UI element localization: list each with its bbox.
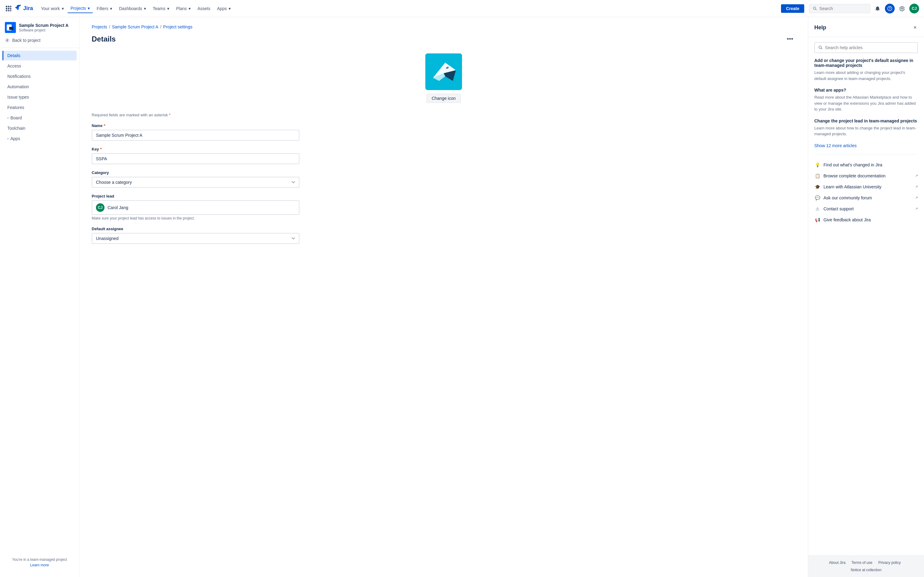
nav-apps[interactable]: Apps xyxy=(214,4,234,13)
nav-plans[interactable]: Plans xyxy=(173,4,194,13)
change-icon-button[interactable]: Change icon xyxy=(426,94,461,103)
help-article-desc-1: Read more about the Atlassian Marketplac… xyxy=(814,94,918,112)
breadcrumb-sep-1: / xyxy=(109,24,110,29)
form-group-lead: Project lead CJ Carol Jang Make sure you… xyxy=(92,194,299,221)
sidebar-footer: You're in a team-managed project Learn m… xyxy=(0,553,79,572)
external-link-icon-1: ↗ xyxy=(915,174,918,178)
help-link-feedback[interactable]: 📢 Give feedback about Jira xyxy=(814,214,918,225)
help-article-title-2[interactable]: Change the project lead in team-managed … xyxy=(814,118,918,123)
sidebar-learn-more-link[interactable]: Learn more xyxy=(5,563,74,567)
default-assignee-select[interactable]: Unassigned Project Lead xyxy=(92,233,299,244)
nav-dashboards[interactable]: Dashboards xyxy=(116,4,149,13)
help-link-documentation[interactable]: 📋 Browse complete documentation ↗ xyxy=(814,170,918,181)
breadcrumb-project-name[interactable]: Sample Scrum Project A xyxy=(112,24,158,29)
help-footer-links: About Jira · Terms of use · Privacy poli… xyxy=(814,561,918,572)
sidebar-project-icon xyxy=(5,22,16,33)
sidebar-project-info: Sample Scrum Project A Software project xyxy=(19,23,74,32)
support-icon: ⚠ xyxy=(814,206,821,212)
svg-rect-3 xyxy=(6,8,7,10)
lead-avatar: CJ xyxy=(96,203,105,212)
whats-changed-icon: 💡 xyxy=(814,162,821,168)
sidebar-item-apps[interactable]: › Apps xyxy=(2,134,77,143)
search-icon xyxy=(813,6,817,11)
page-title: Details xyxy=(92,35,116,44)
notice-at-collection-link[interactable]: Notice at collection xyxy=(851,568,882,572)
documentation-icon: 📋 xyxy=(814,173,821,179)
privacy-policy-link[interactable]: Privacy policy xyxy=(879,561,901,566)
svg-rect-4 xyxy=(8,8,10,10)
breadcrumb-projects[interactable]: Projects xyxy=(92,24,107,29)
help-article-2: Change the project lead in team-managed … xyxy=(814,118,918,137)
key-label: Key* xyxy=(92,147,299,152)
svg-rect-7 xyxy=(8,10,10,11)
nav-teams[interactable]: Teams xyxy=(150,4,172,13)
sidebar-item-details[interactable]: Details xyxy=(2,51,77,60)
nav-your-work[interactable]: Your work xyxy=(38,4,67,13)
help-search-box[interactable] xyxy=(814,42,918,53)
top-navigation: Jira Your work Projects Filters Dashboar… xyxy=(0,0,924,17)
sidebar-item-notifications[interactable]: Notifications xyxy=(2,71,77,81)
sidebar-divider xyxy=(0,48,79,48)
sidebar-footer-text: You're in a team-managed project xyxy=(5,558,74,562)
sidebar-item-access[interactable]: Access xyxy=(2,61,77,71)
key-input[interactable] xyxy=(92,153,299,164)
settings-button[interactable] xyxy=(897,4,907,13)
svg-rect-5 xyxy=(10,8,11,10)
help-close-button[interactable]: × xyxy=(912,23,918,32)
grid-icon[interactable] xyxy=(5,5,12,12)
show-more-articles-link[interactable]: Show 12 more articles xyxy=(814,143,918,148)
help-link-whats-changed[interactable]: 💡 Find out what's changed in Jira xyxy=(814,160,918,170)
breadcrumb-sep-2: / xyxy=(160,24,162,29)
category-label: Category xyxy=(92,170,299,175)
nav-assets[interactable]: Assets xyxy=(194,4,213,13)
sidebar-project-type: Software project xyxy=(19,28,74,32)
community-label: Ask our community forum xyxy=(824,195,912,200)
help-button[interactable]: ? xyxy=(885,4,895,13)
about-jira-link[interactable]: About Jira xyxy=(829,561,845,566)
more-options-button[interactable]: ••• xyxy=(784,34,796,44)
svg-rect-8 xyxy=(10,10,11,11)
help-article-title-0[interactable]: Add or change your project's default ass… xyxy=(814,58,918,68)
terms-of-use-link[interactable]: Terms of use xyxy=(851,561,872,566)
logo-text: Jira xyxy=(23,5,33,11)
help-link-university[interactable]: 🎓 Learn with Atlassian University ↗ xyxy=(814,181,918,192)
feedback-label: Give feedback about Jira xyxy=(824,218,918,222)
search-input[interactable] xyxy=(819,6,866,11)
back-icon xyxy=(5,38,10,43)
jira-logo[interactable]: Jira xyxy=(15,5,33,12)
project-icon-large xyxy=(425,53,462,90)
category-select[interactable]: Choose a category Business Software Serv… xyxy=(92,177,299,188)
support-label: Contact support xyxy=(824,206,912,211)
external-link-icon-4: ↗ xyxy=(915,207,918,211)
help-link-support[interactable]: ⚠ Contact support ↗ xyxy=(814,203,918,214)
notifications-button[interactable] xyxy=(873,4,882,13)
nav-projects[interactable]: Projects xyxy=(68,4,93,13)
help-link-community[interactable]: 💬 Ask our community forum ↗ xyxy=(814,192,918,203)
sidebar-item-automation[interactable]: Automation xyxy=(2,82,77,92)
help-panel: Help × Add or change your project's defa… xyxy=(808,17,924,577)
svg-rect-1 xyxy=(8,6,10,7)
create-button[interactable]: Create xyxy=(781,4,804,13)
default-assignee-label: Default assignee xyxy=(92,227,299,231)
back-to-project-button[interactable]: Back to project xyxy=(0,35,79,45)
help-search-input[interactable] xyxy=(825,45,914,50)
help-search-icon xyxy=(819,45,822,50)
search-box[interactable] xyxy=(809,4,870,13)
help-article-title-1[interactable]: What are apps? xyxy=(814,88,918,92)
app-layout: Sample Scrum Project A Software project … xyxy=(0,17,924,577)
user-avatar[interactable]: CJ xyxy=(909,4,919,13)
sidebar-project-header: Sample Scrum Project A Software project xyxy=(0,17,79,35)
project-lead-field[interactable]: CJ Carol Jang xyxy=(92,200,299,215)
nav-filters[interactable]: Filters xyxy=(94,4,115,13)
breadcrumb-project-settings[interactable]: Project settings xyxy=(163,24,192,29)
sidebar-item-features[interactable]: Features xyxy=(2,103,77,112)
sidebar-item-toolchain[interactable]: Toolchain xyxy=(2,123,77,133)
project-lead-label: Project lead xyxy=(92,194,299,198)
sidebar-item-issue-types[interactable]: Issue types xyxy=(2,92,77,102)
sidebar: Sample Scrum Project A Software project … xyxy=(0,17,79,577)
sidebar-item-board[interactable]: › Board xyxy=(2,113,77,123)
community-icon: 💬 xyxy=(814,195,821,201)
name-input[interactable] xyxy=(92,130,299,141)
form-group-default-assignee: Default assignee Unassigned Project Lead xyxy=(92,227,299,244)
university-icon: 🎓 xyxy=(814,184,821,190)
